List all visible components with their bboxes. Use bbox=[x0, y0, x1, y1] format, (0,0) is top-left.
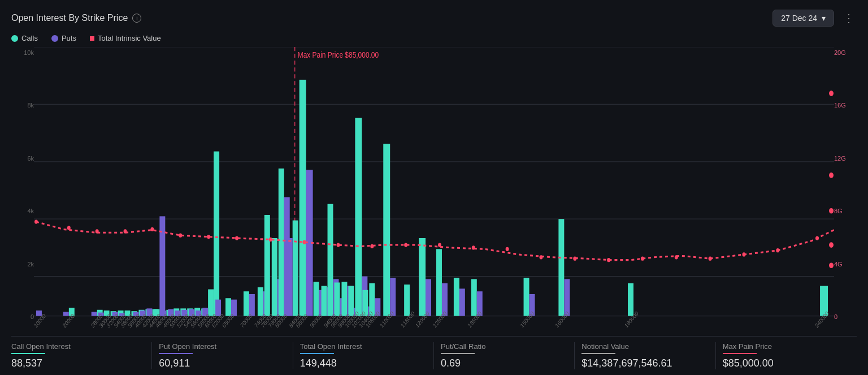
svg-point-106 bbox=[370, 244, 374, 248]
calls-legend-label: Calls bbox=[21, 34, 38, 42]
svg-point-102 bbox=[235, 236, 238, 240]
svg-point-100 bbox=[179, 234, 182, 238]
svg-rect-56 bbox=[293, 221, 298, 316]
y-left-0: 0 bbox=[11, 313, 34, 320]
put-call-label: Put/Call Ratio bbox=[441, 342, 567, 351]
svg-point-122 bbox=[829, 208, 834, 214]
svg-rect-72 bbox=[355, 118, 362, 316]
max-pain-label: Max Pain Price bbox=[723, 342, 850, 351]
svg-text:10000: 10000 bbox=[34, 312, 47, 329]
info-icon[interactable]: i bbox=[132, 14, 141, 23]
svg-point-123 bbox=[829, 242, 834, 248]
put-oi-value: 60,911 bbox=[159, 357, 285, 369]
total-oi-underline bbox=[300, 353, 334, 354]
stat-call-oi: Call Open Interest 88,537 bbox=[11, 342, 152, 369]
y-left-6k: 6k bbox=[11, 155, 34, 162]
intrinsic-legend-dot bbox=[90, 36, 94, 41]
put-oi-underline bbox=[159, 353, 193, 354]
svg-text:Max Pain Price $85,000.00: Max Pain Price $85,000.00 bbox=[298, 50, 379, 59]
max-pain-value: $85,000.00 bbox=[723, 357, 850, 369]
stat-total-oi: Total Open Interest 149,448 bbox=[293, 342, 434, 369]
svg-rect-54 bbox=[279, 169, 284, 316]
y-axis-left: 10k 8k 6k 4k 2k 0 bbox=[11, 47, 34, 334]
svg-point-118 bbox=[776, 248, 779, 252]
svg-rect-86 bbox=[459, 288, 465, 316]
max-pain-underline bbox=[723, 353, 757, 354]
svg-rect-51 bbox=[264, 215, 270, 316]
more-options-button[interactable]: ⋮ bbox=[841, 9, 857, 27]
svg-point-112 bbox=[573, 257, 576, 261]
header-right: 27 Dec 24 ▾ ⋮ bbox=[772, 9, 857, 27]
svg-point-105 bbox=[336, 243, 340, 247]
y-right-20g: 20G bbox=[834, 49, 857, 56]
call-oi-underline bbox=[11, 353, 45, 354]
svg-point-114 bbox=[641, 257, 644, 261]
header-left: Open Interest By Strike Price i bbox=[11, 13, 141, 23]
chart-area: 10k 8k 6k 4k 2k 0 Max Pain Price $85,000… bbox=[11, 47, 857, 334]
notional-value: $14,387,697,546.61 bbox=[581, 357, 708, 369]
y-left-4k: 4k bbox=[11, 208, 34, 214]
main-container: Open Interest By Strike Price i 27 Dec 2… bbox=[0, 0, 868, 375]
y-left-2k: 2k bbox=[11, 261, 34, 268]
svg-point-120 bbox=[829, 90, 834, 96]
svg-point-113 bbox=[607, 258, 610, 262]
y-axis-right: 20G 16G 12G 8G 4G 0 bbox=[834, 47, 857, 334]
svg-point-101 bbox=[207, 235, 210, 239]
y-right-8g: 8G bbox=[834, 208, 857, 214]
svg-rect-93 bbox=[628, 283, 633, 316]
svg-rect-87 bbox=[471, 279, 477, 316]
svg-point-111 bbox=[539, 255, 542, 259]
svg-point-124 bbox=[829, 262, 834, 268]
svg-rect-89 bbox=[524, 278, 530, 316]
put-oi-label: Put Open Interest bbox=[159, 342, 285, 351]
y-right-16g: 16G bbox=[834, 102, 857, 109]
puts-legend-dot bbox=[51, 35, 58, 42]
chart-inner: Max Pain Price $85,000.00 bbox=[34, 47, 834, 334]
stat-put-oi: Put Open Interest 60,911 bbox=[152, 342, 293, 369]
page-title: Open Interest By Strike Price bbox=[11, 13, 128, 23]
svg-point-115 bbox=[675, 255, 678, 259]
calls-legend-dot bbox=[11, 35, 18, 42]
call-oi-value: 88,537 bbox=[11, 357, 145, 369]
svg-rect-42 bbox=[214, 152, 219, 316]
stat-put-call: Put/Call Ratio 0.69 bbox=[434, 342, 575, 369]
y-right-0: 0 bbox=[834, 313, 857, 320]
stat-max-pain: Max Pain Price $85,000.00 bbox=[716, 342, 857, 369]
svg-rect-70 bbox=[348, 286, 354, 316]
put-call-underline bbox=[441, 353, 475, 354]
chevron-down-icon: ▾ bbox=[822, 14, 826, 23]
y-right-4g: 4G bbox=[834, 261, 857, 268]
svg-point-107 bbox=[404, 243, 407, 247]
stats-row: Call Open Interest 88,537 Put Open Inter… bbox=[11, 336, 857, 369]
legend-puts: Puts bbox=[51, 34, 76, 42]
svg-rect-49 bbox=[258, 287, 263, 316]
svg-rect-78 bbox=[383, 144, 390, 316]
date-label: 27 Dec 24 bbox=[781, 14, 817, 23]
svg-point-117 bbox=[742, 252, 745, 256]
total-oi-value: 149,448 bbox=[300, 357, 427, 369]
svg-rect-83 bbox=[436, 249, 442, 316]
svg-point-97 bbox=[96, 229, 99, 233]
stat-notional: Notional Value $14,387,697,546.61 bbox=[575, 342, 715, 369]
svg-rect-81 bbox=[419, 238, 426, 316]
legend: Calls Puts Total Intrinsic Value bbox=[11, 34, 857, 42]
svg-point-116 bbox=[709, 257, 712, 261]
svg-point-119 bbox=[815, 236, 819, 240]
svg-rect-60 bbox=[314, 282, 319, 316]
svg-rect-58 bbox=[300, 80, 306, 316]
svg-rect-57 bbox=[287, 238, 293, 316]
date-selector[interactable]: 27 Dec 24 ▾ bbox=[772, 10, 834, 27]
svg-rect-62 bbox=[322, 286, 327, 316]
svg-rect-91 bbox=[558, 219, 564, 316]
svg-rect-41 bbox=[208, 290, 214, 316]
call-oi-label: Call Open Interest bbox=[11, 342, 145, 351]
legend-intrinsic: Total Intrinsic Value bbox=[90, 34, 161, 42]
svg-point-121 bbox=[829, 173, 834, 178]
puts-legend-label: Puts bbox=[62, 34, 76, 42]
svg-rect-66 bbox=[334, 282, 340, 316]
svg-rect-80 bbox=[404, 285, 410, 316]
y-right-12g: 12G bbox=[834, 155, 857, 162]
put-call-value: 0.69 bbox=[441, 357, 567, 369]
svg-rect-10 bbox=[63, 312, 69, 316]
svg-point-98 bbox=[124, 229, 127, 233]
